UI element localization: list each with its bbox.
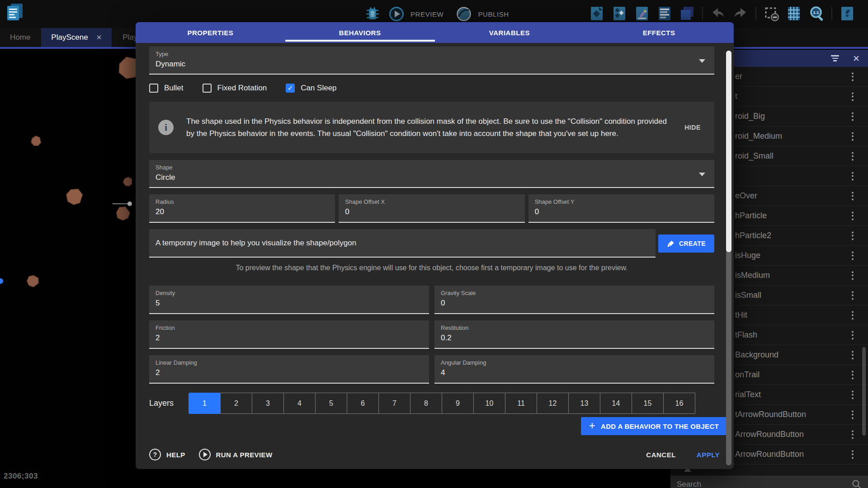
layer-4-button[interactable]: 4 bbox=[283, 393, 316, 414]
fixed-rotation-checkbox[interactable]: Fixed Rotation bbox=[203, 84, 267, 93]
redo-icon[interactable] bbox=[731, 4, 750, 23]
editor-tab-playscene[interactable]: PlayScene✕ bbox=[41, 28, 112, 47]
add-behavior-button[interactable]: + ADD A BEHAVIOR TO THE OBJECT bbox=[581, 417, 727, 435]
density-field[interactable]: Density5 bbox=[149, 286, 429, 314]
bullet-checkbox[interactable]: Bullet bbox=[149, 84, 184, 93]
layer-1-button[interactable]: 1 bbox=[189, 393, 221, 414]
publish-label[interactable]: PUBLISH bbox=[478, 10, 509, 18]
layer-5-button[interactable]: 5 bbox=[315, 393, 347, 414]
publish-icon[interactable] bbox=[454, 4, 474, 24]
pencil-icon[interactable] bbox=[632, 4, 652, 23]
panel-scrollbar-thumb[interactable] bbox=[862, 347, 866, 436]
help-label: HELP bbox=[166, 451, 185, 459]
friction-field[interactable]: Friction2 bbox=[149, 320, 429, 349]
close-tab-icon[interactable]: ✕ bbox=[96, 33, 102, 42]
selection-handle-dot[interactable] bbox=[127, 202, 132, 206]
gravity-scale-field[interactable]: Gravity Scale0 bbox=[434, 286, 714, 314]
row-menu-icon[interactable] bbox=[852, 231, 854, 240]
instances-list-icon[interactable] bbox=[655, 4, 675, 23]
row-menu-icon[interactable] bbox=[852, 390, 854, 399]
field-label: Friction bbox=[156, 324, 423, 331]
preview-label[interactable]: PREVIEW bbox=[410, 10, 443, 18]
row-menu-icon[interactable] bbox=[852, 291, 854, 300]
linear-damping-field[interactable]: Linear Damping2 bbox=[149, 355, 429, 384]
row-menu-icon[interactable] bbox=[852, 72, 854, 81]
editor-toolbar-icons: 1:1 bbox=[587, 3, 857, 24]
temporary-image-field[interactable]: A temporary image to help you visualize … bbox=[149, 229, 656, 258]
row-menu-icon[interactable] bbox=[852, 331, 854, 339]
row-menu-icon[interactable] bbox=[852, 271, 854, 280]
create-image-button[interactable]: CREATE bbox=[658, 235, 714, 253]
scene-edit-icon[interactable] bbox=[587, 4, 607, 23]
restitution-field[interactable]: Restitution0.2 bbox=[434, 320, 714, 349]
row-menu-icon[interactable] bbox=[852, 430, 854, 439]
asteroid-object[interactable] bbox=[26, 274, 40, 288]
project-manager-icon[interactable] bbox=[5, 2, 25, 27]
tab-effects[interactable]: EFFECTS bbox=[584, 22, 734, 43]
radius-field[interactable]: Radius20 bbox=[149, 194, 335, 223]
row-menu-icon[interactable] bbox=[852, 152, 854, 160]
asteroid-object[interactable] bbox=[123, 176, 134, 187]
layer-10-button[interactable]: 10 bbox=[473, 393, 505, 414]
angular-damping-field[interactable]: Angular Damping4 bbox=[434, 355, 714, 384]
layer-7-button[interactable]: 7 bbox=[378, 393, 410, 414]
row-menu-icon[interactable] bbox=[852, 132, 854, 141]
zoom-original-icon[interactable]: 1:1 bbox=[807, 4, 826, 23]
setup-grid-icon[interactable] bbox=[837, 4, 857, 23]
layer-2-button[interactable]: 2 bbox=[220, 393, 252, 414]
tab-variables[interactable]: VARIABLES bbox=[435, 22, 585, 43]
shape-offset-x-field[interactable]: Shape Offset X0 bbox=[339, 194, 524, 223]
row-menu-icon[interactable] bbox=[852, 371, 854, 379]
layer-3-button[interactable]: 3 bbox=[252, 393, 284, 414]
type-select-field[interactable]: Type Dynamic bbox=[149, 47, 714, 75]
run-preview-button[interactable]: RUN A PREVIEW bbox=[199, 449, 273, 460]
tab-properties[interactable]: PROPERTIES bbox=[136, 22, 285, 43]
row-menu-icon[interactable] bbox=[852, 211, 854, 220]
layers-icon[interactable] bbox=[677, 4, 697, 23]
close-icon[interactable]: ✕ bbox=[853, 54, 860, 63]
layer-8-button[interactable]: 8 bbox=[410, 393, 442, 414]
layer-12-button[interactable]: 12 bbox=[537, 393, 569, 414]
undo-icon[interactable] bbox=[708, 4, 728, 23]
row-menu-icon[interactable] bbox=[852, 92, 854, 101]
row-menu-icon[interactable] bbox=[852, 351, 854, 359]
apply-button[interactable]: APPLY bbox=[697, 451, 720, 459]
asteroid-object[interactable] bbox=[63, 185, 86, 208]
row-menu-icon[interactable] bbox=[852, 410, 854, 419]
objects-cubes-icon[interactable] bbox=[609, 4, 629, 23]
layer-14-button[interactable]: 14 bbox=[600, 393, 632, 414]
cancel-button[interactable]: CANCEL bbox=[646, 451, 676, 459]
hide-button[interactable]: HIDE bbox=[680, 120, 705, 135]
asteroid-object[interactable] bbox=[31, 135, 42, 146]
help-button[interactable]: ? HELP bbox=[149, 449, 185, 460]
object-row-label: ArrowRoundButton bbox=[735, 450, 804, 459]
physics-param-row: Linear Damping2Angular Damping4 bbox=[149, 355, 714, 384]
clear-selection-icon[interactable] bbox=[761, 4, 781, 23]
search-input[interactable] bbox=[677, 480, 852, 488]
dialog-scrollbar-thumb[interactable] bbox=[726, 51, 731, 252]
grid-icon[interactable] bbox=[784, 4, 804, 23]
shape-select-field[interactable]: Shape Circle bbox=[149, 160, 714, 188]
layer-15-button[interactable]: 15 bbox=[632, 393, 664, 414]
asteroid-object[interactable] bbox=[115, 205, 131, 222]
preview-icon[interactable] bbox=[387, 4, 406, 24]
field-value: 5 bbox=[156, 299, 423, 308]
tab-behaviors[interactable]: BEHAVIORS bbox=[285, 22, 435, 43]
can-sleep-checkbox[interactable]: ✓Can Sleep bbox=[286, 84, 336, 93]
row-menu-icon[interactable] bbox=[852, 112, 854, 121]
layer-11-button[interactable]: 11 bbox=[505, 393, 537, 414]
filter-icon[interactable] bbox=[831, 55, 839, 61]
row-menu-icon[interactable] bbox=[852, 311, 854, 319]
layers-label: Layers bbox=[149, 399, 189, 408]
layer-13-button[interactable]: 13 bbox=[568, 393, 600, 414]
row-menu-icon[interactable] bbox=[852, 251, 854, 260]
shape-offset-y-field[interactable]: Shape Offset Y0 bbox=[528, 194, 714, 223]
layer-16-button[interactable]: 16 bbox=[663, 393, 695, 414]
row-menu-icon[interactable] bbox=[852, 450, 854, 459]
layer-9-button[interactable]: 9 bbox=[442, 393, 474, 414]
debugger-icon[interactable] bbox=[363, 4, 382, 24]
editor-tab-home[interactable]: Home bbox=[0, 28, 40, 47]
row-menu-icon[interactable] bbox=[852, 172, 854, 180]
row-menu-icon[interactable] bbox=[852, 192, 854, 200]
layer-6-button[interactable]: 6 bbox=[347, 393, 379, 414]
